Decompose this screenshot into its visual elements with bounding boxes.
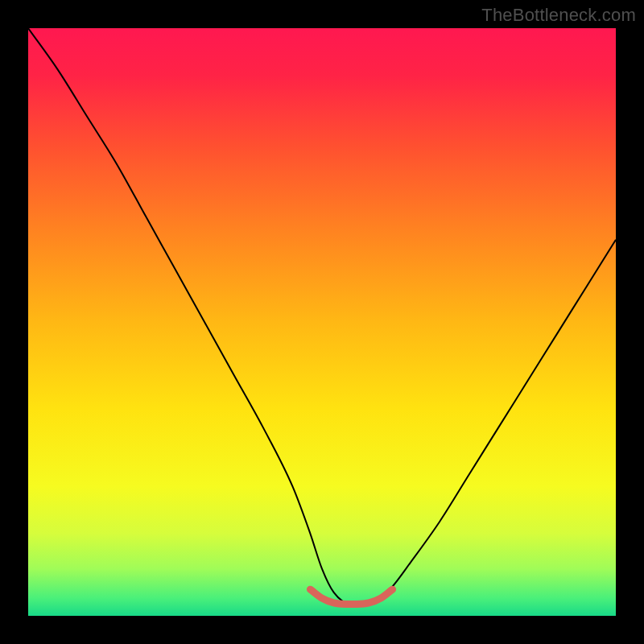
gradient-background — [28, 28, 616, 616]
bottleneck-chart — [28, 28, 616, 616]
chart-frame: TheBottleneck.com — [0, 0, 644, 644]
chart-plot-area — [28, 28, 616, 616]
watermark-text: TheBottleneck.com — [481, 5, 636, 26]
